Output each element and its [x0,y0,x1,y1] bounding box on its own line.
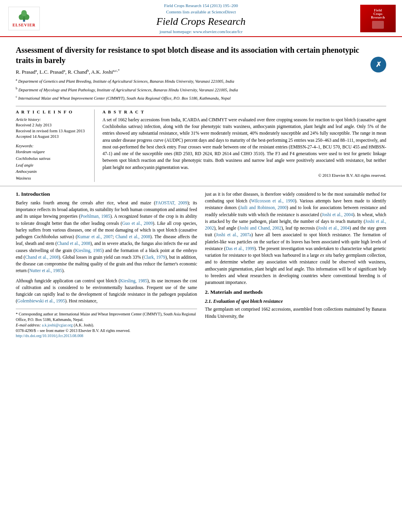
section1-title: 1. Introduction [16,191,197,197]
ref-chand2[interactable]: Chand et al., 2008 [57,241,90,246]
section2-1-title: 2.1. Evaluation of spot blotch resistanc… [205,298,386,304]
body-left-col: 1. Introduction Barley ranks fourth amon… [16,191,197,338]
article-title: Assessment of diversity for resistance t… [16,45,363,65]
footnote-email-row: E-mail address: a.k.joshi@cgiar.org (A.K… [16,323,197,328]
kw1: Hordeum vulgare [16,149,88,156]
article-header-row: Assessment of diversity for resistance t… [16,45,386,103]
elsevier-text: ELSEVIER [13,23,36,27]
ref-golembiewski[interactable]: Golembiewski et al., 1995 [17,298,65,303]
keywords-label: Keywords: [16,144,88,148]
kw3: Leaf angle [16,162,88,169]
crossmark-logo: ✗ [370,57,386,72]
article-history: Article history: Received 2 July 2013 Re… [16,117,88,140]
issn-text: 0378-4290/$ – see front matter © 2013 El… [16,328,197,334]
article-container: Assessment of diversity for resistance t… [0,37,402,186]
ref-wilcoxson[interactable]: Wilcoxson et al., 1990 [251,198,295,203]
journal-title: Field Crops Research [42,16,360,28]
ref-joshi-chand[interactable]: Joshi and Chand, 2002 [239,226,281,230]
main-body: 1. Introduction Barley ranks fourth amon… [0,186,402,342]
abstract-text: A set of 1662 barley accessions from Ind… [102,117,386,171]
footnote-section: * Corresponding author at: International… [16,309,197,338]
ref-kiesling1[interactable]: Kiesling, 1985 [75,248,102,253]
accepted-date: Accepted 14 August 2013 [16,134,88,140]
science-direct-link[interactable]: ScienceDirect [212,9,236,14]
kw2: Cochliobolus sativus [16,156,88,162]
footnote-star-text: * Corresponding author at: International… [16,311,197,323]
article-authors: R. Prasada, L.C. Prasada, R. Chandb, A.K… [16,69,363,75]
ref-joshi2004[interactable]: Joshi et al., 2004 [322,212,353,217]
affiliation-c: c International Maize and Wheat Improvem… [16,95,363,101]
article-title-block: Assessment of diversity for resistance t… [16,45,370,103]
journal-header-center: Field Crops Research 154 (2013) 195–200 … [42,3,360,34]
ref-kumar[interactable]: Kumar et al., 2007 [77,234,113,239]
abstract-copyright: © 2013 Elsevier B.V. All rights reserved… [102,173,386,178]
kw5: Waxiness [16,175,88,182]
section1-right-para1: just as it is for other diseases, is the… [205,191,386,286]
doi-link[interactable]: http://dx.doi.org/10.1016/j.fcr.2013.08.… [16,334,197,338]
received-revised-date: Received in revised form 13 August 2013 [16,128,88,134]
journal-homepage-url[interactable]: www.elsevier.com/locate/fcr [193,29,243,34]
svg-point-4 [21,10,27,17]
section1-para1: Barley ranks fourth among the cereals af… [16,200,197,274]
elsevier-logo: ELSEVIER [6,7,42,30]
ref-guo[interactable]: Guo et al., 2009 [122,221,153,226]
ref-joshi2004b[interactable]: Joshi et al., 2004 [318,226,350,230]
ref-chand1[interactable]: Chand et al., 2008 [115,234,150,239]
section2-para: The germplasm set comprised 1662 accessi… [205,306,386,320]
ref-poehlman[interactable]: Poehlman, 1985 [80,214,110,219]
ref-joshi2002[interactable]: Joshi et al., 2002 [205,219,386,230]
ref-jaili[interactable]: Jaili and Robinson, 2000 [240,205,287,210]
keywords-section: Keywords: Hordeum vulgare Cochliobolus s… [16,144,88,182]
science-direct-label: Contents lists available at ScienceDirec… [42,9,360,14]
abstract-col: A B S T R A C T A set of 1662 barley acc… [102,109,386,182]
journal-header: ELSEVIER Field Crops Research 154 (2013)… [0,0,402,37]
body-right-col: just as it is for other diseases, is the… [205,191,386,338]
email-link[interactable]: a.k.joshi@cgiar.org [42,323,73,327]
ref-joshi2007a[interactable]: Joshi et al., 2007a [216,232,251,237]
page-wrapper: ELSEVIER Field Crops Research 154 (2013)… [0,0,402,342]
article-info-col: A R T I C L E I N F O Article history: R… [16,109,95,182]
article-info-label: A R T I C L E I N F O [16,109,88,114]
history-label: Article history: [16,117,88,122]
abstract-label: A B S T R A C T [102,109,386,114]
article-info-row: A R T I C L E I N F O Article history: R… [16,109,386,182]
affiliation-a: a Department of Genetics and Plant Breed… [16,78,363,84]
ref-nutter[interactable]: Nutter et al., 1985 [29,268,62,273]
ref-kiesling2[interactable]: Kiesling, 1985 [120,278,147,283]
journal-homepage: journal homepage: www.elsevier.com/locat… [42,29,360,34]
ref-clark[interactable]: Clark, 1979 [144,255,166,260]
section2-title: 2. Materials and methods [205,289,386,295]
divider-1 [16,106,386,106]
journal-logo-right: Field Crops Research [360,5,396,32]
ref-das[interactable]: Das et al., 1999 [225,246,254,251]
journal-top-ref: Field Crops Research 154 (2013) 195–200 [42,3,360,8]
kw4: Anthocyanin [16,169,88,175]
ref-faostat[interactable]: FAOSTAT, 2009 [155,200,187,205]
affiliation-b: b Department of Mycology and Plant Patho… [16,86,363,93]
ref-chand3[interactable]: Chand et al., 2008 [25,255,59,260]
received-date: Received 2 July 2013 [16,122,88,128]
section1-para2: Although fungicide application can contr… [16,278,197,305]
